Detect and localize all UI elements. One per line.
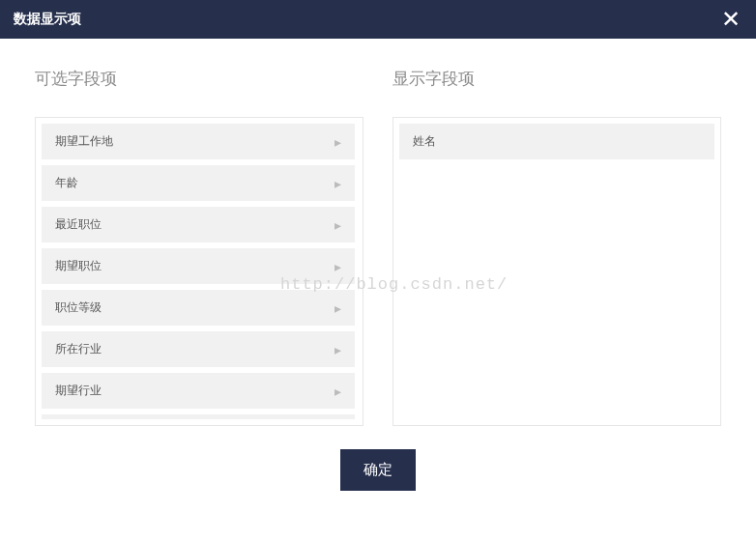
- chevron-right-icon: ▸: [334, 342, 341, 357]
- list-item[interactable]: 最近职位 ▸: [42, 207, 355, 242]
- list-item-label: 期望行业: [55, 383, 102, 399]
- list-item[interactable]: 职位等级 ▸: [42, 290, 355, 326]
- dialog-footer: 确定: [0, 426, 756, 491]
- chevron-right-icon: ▸: [334, 134, 341, 150]
- dialog-content: 可选字段项 期望工作地 ▸ 年龄 ▸ 最近职位 ▸ 期望职位 ▸: [0, 39, 756, 426]
- list-item-label: 年龄: [55, 175, 78, 191]
- available-list-container: 期望工作地 ▸ 年龄 ▸ 最近职位 ▸ 期望职位 ▸ 职位等级 ▸: [35, 117, 363, 426]
- list-item-label: 姓名: [413, 133, 436, 150]
- available-fields-panel: 可选字段项 期望工作地 ▸ 年龄 ▸ 最近职位 ▸ 期望职位 ▸: [35, 68, 363, 426]
- close-icon[interactable]: ✕: [717, 8, 744, 31]
- list-item-label: 期望职位: [55, 258, 102, 274]
- available-panel-title: 可选字段项: [35, 68, 363, 90]
- list-item-label: 所在行业: [55, 341, 102, 357]
- list-item[interactable]: 薪资 ▸: [42, 414, 355, 419]
- list-item-label: 职位等级: [55, 299, 102, 316]
- chevron-right-icon: ▸: [334, 300, 341, 316]
- list-item-label: 期望工作地: [55, 133, 113, 150]
- selected-panel-title: 显示字段项: [393, 68, 721, 90]
- list-item[interactable]: 姓名: [399, 124, 714, 159]
- chevron-right-icon: ▸: [334, 217, 341, 233]
- available-list-scroll[interactable]: 期望工作地 ▸ 年龄 ▸ 最近职位 ▸ 期望职位 ▸ 职位等级 ▸: [42, 124, 357, 419]
- dialog-header: 数据显示项 ✕: [0, 0, 756, 39]
- chevron-right-icon: ▸: [334, 176, 341, 191]
- list-item[interactable]: 所在行业 ▸: [42, 331, 355, 367]
- dialog-title: 数据显示项: [14, 11, 81, 28]
- chevron-right-icon: ▸: [334, 384, 341, 399]
- list-item[interactable]: 期望行业 ▸: [42, 373, 355, 409]
- selected-list-container: 姓名: [393, 117, 721, 426]
- list-item[interactable]: 期望职位 ▸: [42, 248, 355, 284]
- list-item-label: 最近职位: [55, 216, 102, 233]
- selected-fields-panel: 显示字段项 姓名: [393, 68, 721, 426]
- chevron-right-icon: ▸: [334, 259, 341, 274]
- confirm-button[interactable]: 确定: [340, 449, 416, 491]
- list-item[interactable]: 期望工作地 ▸: [42, 124, 355, 159]
- list-item[interactable]: 年龄 ▸: [42, 165, 355, 201]
